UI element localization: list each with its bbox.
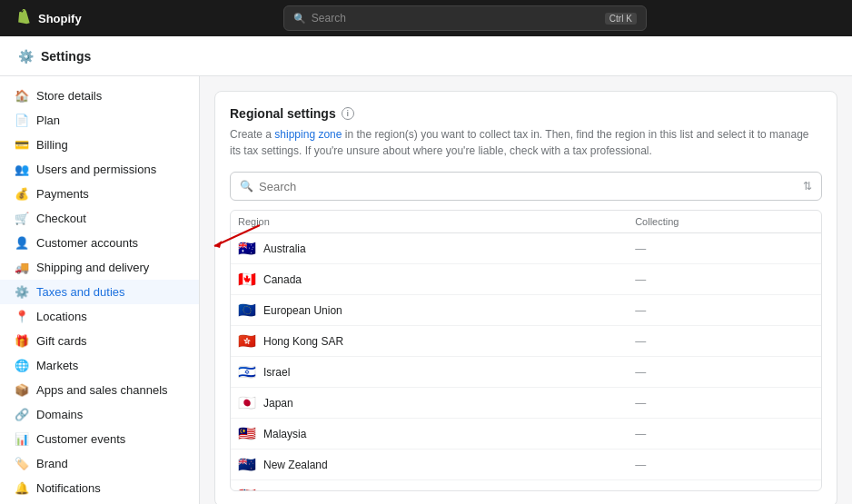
sidebar-icon-payments: 💰 <box>15 187 29 201</box>
sidebar-item-users-permissions[interactable]: 👥 Users and permissions <box>0 157 199 182</box>
table-row[interactable]: 🇯🇵 Japan — <box>231 388 821 419</box>
sidebar-item-payments[interactable]: 💰 Payments <box>0 182 199 206</box>
table-row[interactable]: 🇪🇺 European Union — <box>231 295 821 326</box>
region-column-header: Region <box>231 211 628 233</box>
region-label: New Zealand <box>263 459 328 471</box>
sidebar-label-plan: Plan <box>36 114 60 127</box>
sidebar-icon-customer-events: 📊 <box>15 432 29 446</box>
table-row[interactable]: 🇮🇱 Israel — <box>231 357 821 388</box>
top-navigation: shopify 🔍 Search Ctrl K <box>0 0 852 36</box>
sidebar-item-customer-events[interactable]: 📊 Customer events <box>0 427 199 451</box>
sidebar-icon-customer-accounts: 👤 <box>15 236 29 250</box>
sidebar-item-brand[interactable]: 🏷️ Brand <box>0 451 199 476</box>
flag-icon: 🇭🇰 <box>238 332 256 350</box>
sidebar-item-shipping-delivery[interactable]: 🚚 Shipping and delivery <box>0 255 199 280</box>
region-name: 🇳🇴 Norway <box>231 480 628 492</box>
sidebar-label-markets: Markets <box>36 359 78 372</box>
region-name: 🇲🇾 Malaysia <box>231 419 628 450</box>
collecting-value: — <box>628 388 821 419</box>
sidebar-item-gift-cards[interactable]: 🎁 Gift cards <box>0 329 199 353</box>
sidebar-label-notifications: Notifications <box>36 481 101 495</box>
sidebar-item-markets[interactable]: 🌐 Markets <box>0 353 199 378</box>
region-name: 🇪🇺 European Union <box>231 295 628 326</box>
sidebar-icon-billing: 💳 <box>15 138 29 152</box>
search-shortcut: Ctrl K <box>605 13 637 25</box>
sidebar-label-payments: Payments <box>36 187 89 201</box>
sidebar-label-users-permissions: Users and permissions <box>36 163 156 176</box>
sidebar-item-taxes-duties[interactable]: ⚙️ Taxes and duties <box>0 280 199 304</box>
sidebar-item-store-details[interactable]: 🏠 Store details <box>0 84 199 108</box>
region-search-input[interactable] <box>259 180 798 193</box>
sidebar-label-customer-accounts: Customer accounts <box>36 236 138 250</box>
regions-table: Region Collecting 🇦🇺 Australia — 🇨🇦 Cana… <box>231 211 821 491</box>
sidebar-label-taxes-duties: Taxes and duties <box>36 285 125 299</box>
sidebar-item-domains[interactable]: 🔗 Domains <box>0 402 199 427</box>
sidebar-item-plan[interactable]: 📄 Plan <box>0 108 199 133</box>
region-label: Hong Kong SAR <box>263 335 343 348</box>
table-row[interactable]: 🇨🇦 Canada — <box>231 264 821 295</box>
sidebar-item-locations[interactable]: 📍 Locations <box>0 304 199 329</box>
global-search[interactable]: 🔍 Search Ctrl K <box>283 5 647 31</box>
sidebar-icon-plan: 📄 <box>15 114 29 127</box>
sidebar-label-gift-cards: Gift cards <box>36 334 87 348</box>
sidebar-label-domains: Domains <box>36 408 83 421</box>
sidebar-label-apps-sales-channels: Apps and sales channels <box>36 383 168 397</box>
region-label: Canada <box>263 273 302 286</box>
table-row[interactable]: 🇲🇾 Malaysia — <box>231 419 821 450</box>
table-row[interactable]: 🇳🇿 New Zealand — <box>231 450 821 480</box>
sidebar-icon-taxes-duties: ⚙️ <box>15 285 29 299</box>
flag-icon: 🇦🇺 <box>238 240 256 257</box>
region-label: Australia <box>263 242 306 255</box>
sidebar-icon-checkout: 🛒 <box>15 212 29 225</box>
sidebar-icon-notifications: 🔔 <box>15 481 29 495</box>
region-label: Malaysia <box>263 428 306 440</box>
sidebar-icon-locations: 📍 <box>15 310 29 323</box>
shopify-logo: shopify <box>15 9 82 27</box>
region-label: Norway <box>263 489 301 492</box>
region-search-bar[interactable]: 🔍 ⇅ <box>230 172 822 201</box>
region-name: 🇯🇵 Japan <box>231 388 628 419</box>
sidebar-icon-gift-cards: 🎁 <box>15 334 29 348</box>
flag-icon: 🇨🇦 <box>238 271 256 288</box>
settings-title: Settings <box>41 49 91 64</box>
sidebar-icon-store-details: 🏠 <box>15 89 29 103</box>
sidebar-icon-brand: 🏷️ <box>15 457 29 470</box>
search-icon: 🔍 <box>293 13 306 25</box>
sidebar-label-customer-events: Customer events <box>36 432 125 446</box>
section-title: Regional settings <box>230 106 336 121</box>
sidebar-label-brand: Brand <box>36 457 68 470</box>
region-label: Israel <box>263 366 290 379</box>
sort-icon[interactable]: ⇅ <box>803 180 812 193</box>
regional-settings-card: Regional settings i Create a shipping zo… <box>214 91 837 504</box>
sidebar-icon-shipping-delivery: 🚚 <box>15 261 29 274</box>
search-placeholder: Search <box>312 12 346 25</box>
sidebar-item-notifications[interactable]: 🔔 Notifications <box>0 476 199 500</box>
sidebar-item-customer-accounts[interactable]: 👤 Customer accounts <box>0 231 199 255</box>
region-search-icon: 🔍 <box>240 180 253 193</box>
sidebar-item-checkout[interactable]: 🛒 Checkout <box>0 206 199 231</box>
flag-icon: 🇳🇿 <box>238 456 256 473</box>
table-row[interactable]: 🇭🇰 Hong Kong SAR — <box>231 326 821 357</box>
sidebar-icon-users-permissions: 👥 <box>15 163 29 176</box>
card-header: Regional settings i <box>230 106 822 121</box>
region-name: 🇭🇰 Hong Kong SAR <box>231 326 628 357</box>
gear-icon: ⚙️ <box>18 49 34 64</box>
sidebar-label-billing: Billing <box>36 138 68 152</box>
sidebar-item-billing[interactable]: 💳 Billing <box>0 133 199 157</box>
region-name: 🇳🇿 New Zealand <box>231 450 628 480</box>
shopify-title: shopify <box>38 12 82 25</box>
collecting-value: — <box>628 450 821 480</box>
sidebar-item-custom-data[interactable]: 🗄️ Custom data <box>0 500 199 504</box>
collecting-value: — <box>628 419 821 450</box>
sidebar-item-apps-sales-channels[interactable]: 📦 Apps and sales channels <box>0 378 199 402</box>
table-row[interactable]: 🇳🇴 Norway — <box>231 480 821 492</box>
sidebar-label-checkout: Checkout <box>36 212 86 225</box>
info-icon[interactable]: i <box>342 107 354 120</box>
table-row[interactable]: 🇦🇺 Australia — <box>231 233 821 264</box>
region-name: 🇦🇺 Australia <box>231 233 628 264</box>
shipping-zone-link[interactable]: shipping zone <box>274 128 342 141</box>
section-description: Create a shipping zone in the region(s) … <box>230 126 822 159</box>
collecting-value: — <box>628 233 821 264</box>
region-name: 🇨🇦 Canada <box>231 264 628 295</box>
content-area: Regional settings i Create a shipping zo… <box>200 76 852 504</box>
